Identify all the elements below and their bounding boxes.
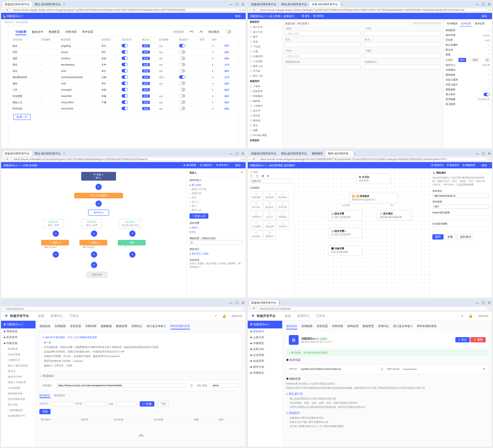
palette-item[interactable]: ☐流水号 (248, 108, 282, 113)
sidebar-sub-item[interactable]: · 线仍器的承放 (1, 391, 36, 396)
maximize-icon[interactable]: ☐ (482, 2, 485, 6)
required-badge[interactable]: 必填 (142, 69, 150, 73)
palette-item[interactable]: ☐地图 (248, 128, 282, 133)
back-icon[interactable]: ← (249, 9, 252, 11)
required-badge[interactable]: 必填 (142, 88, 150, 91)
toolbar-icon[interactable]: 🕐 (250, 175, 253, 177)
tab-field-config[interactable]: 字段配置 (15, 30, 26, 35)
menvot-icon[interactable]: ≡ (242, 9, 244, 11)
reload-icon[interactable]: ⟳ (6, 9, 8, 12)
sidebar-sub-item[interactable]: · 小事获引评 (1, 357, 36, 363)
browser-tab[interactable]: 简化-低代码开发平台 (32, 151, 63, 156)
form-field[interactable]: 备注 (365, 38, 440, 47)
browser-tab[interactable]: 新版低代码开发平台 (249, 2, 278, 7)
toggle-switch[interactable] (179, 100, 185, 104)
sidebar-sub-item[interactable]: · 版本人签的总神地 (1, 363, 36, 369)
preview-toggle[interactable]: 简历预览 (208, 30, 219, 35)
required-badge[interactable]: 必填 (142, 107, 150, 110)
rule-component[interactable]: 逻辑调用 (263, 221, 276, 230)
flow-condition[interactable]: 测试条件测试人-新用 (81, 219, 102, 228)
flow-node[interactable]: 填写 真人的填写 (74, 193, 123, 198)
required-badge[interactable]: 必填 (142, 94, 150, 98)
sub-tab[interactable]: 模型标识 (39, 394, 51, 398)
new-tab-icon[interactable]: + (341, 3, 342, 6)
flow-node[interactable]: ⚡ 触发人1 (41, 240, 69, 245)
action-button[interactable]: 实际测试 (457, 234, 474, 240)
palette-item[interactable]: ☐人员选择 (248, 59, 282, 64)
required-badge[interactable]: 必填 (142, 44, 150, 47)
palette-item[interactable]: ☐定位 (248, 123, 282, 128)
palette-item[interactable]: ☐上传附件 (248, 104, 282, 108)
radio-option[interactable]: ● 用人处处 (190, 183, 243, 187)
toggle-switch[interactable] (122, 44, 128, 47)
palette-item[interactable]: ☐多行文本 (248, 30, 282, 35)
rule-component[interactable]: 执行SQL (250, 201, 263, 210)
add-icon[interactable]: + (215, 314, 217, 318)
sidebar-item[interactable]: ■ 外继员例 (1, 340, 36, 346)
sidebar-item[interactable]: ■ 监察分析 (248, 346, 282, 352)
required-badge[interactable]: 必填 (142, 101, 150, 104)
sub-tab[interactable]: 预览标识 (54, 394, 65, 398)
inner-tab[interactable]: 预 预览表 (313, 14, 324, 18)
rule-component[interactable]: 行为调用 (250, 221, 263, 230)
admin-tab[interactable]: 外部关联 (85, 324, 97, 329)
save-button[interactable]: 保存 (232, 163, 244, 168)
copy-icon[interactable]: 📋 (190, 384, 193, 387)
url-input[interactable]: frame.bctools.cn/page-design-ui/#/form?j… (258, 8, 487, 12)
api-url-input[interactable] (56, 383, 186, 388)
admin-tab[interactable]: 智能数据 (101, 324, 112, 329)
top-menu-item[interactable]: 首页 (285, 314, 291, 318)
flow-condition[interactable]: 测试条件测试人-新用 (43, 219, 64, 228)
top-menu-item[interactable]: 应用中心 (51, 314, 63, 318)
rule-component[interactable]: 数据获取 (263, 191, 276, 200)
preview-switch[interactable] (225, 30, 231, 33)
flow-node[interactable]: 接触 (118, 240, 146, 245)
rule-node[interactable]: 📋 提示满足将生象和被报通的简… (377, 210, 411, 221)
edit-link[interactable]: 编辑 (224, 51, 229, 53)
palette-item[interactable]: ☐编辑器 (248, 99, 282, 104)
rule-node[interactable]: ⚫ 对象变量自定义结构对象 (328, 245, 363, 256)
rule-node[interactable]: 📊 固定变量公式定义存值处理 (328, 210, 363, 221)
form-field[interactable]: 离职面试时间 (285, 60, 361, 69)
rule-node[interactable]: 🔀🔀 理清请求有信息时与以进行营了… (349, 193, 398, 203)
new-tab-icon[interactable]: + (63, 3, 65, 6)
palette-item[interactable]: ☐单选 (248, 39, 282, 44)
browser-tab[interactable]: 简化-低代码开发平台 (32, 2, 63, 7)
admin-tab[interactable]: 即时利用的定理 (170, 324, 190, 329)
flow-plus-icon[interactable]: + (91, 251, 97, 258)
palette-item[interactable]: ☐子表单 (248, 84, 282, 89)
sidebar-sub-item[interactable]: · 签名流 (1, 369, 36, 374)
filter-button[interactable]: ☐ 收藏 (140, 401, 154, 407)
flow-plus-icon[interactable]: + (91, 262, 97, 268)
toggle-switch[interactable] (179, 63, 185, 66)
toggle-switch[interactable] (122, 100, 128, 104)
bell-icon[interactable]: 🔔 (469, 314, 472, 318)
action-button[interactable]: ⊙ 应台 (455, 337, 469, 342)
sidebar-sub-item[interactable]: · 面人项目 (1, 402, 36, 408)
palette-item[interactable]: ☐N/A flag 视图 (248, 133, 282, 138)
edit-link[interactable]: 编辑 (224, 89, 229, 91)
radio-option[interactable]: ○ 应选人员下级 (190, 188, 243, 191)
prop-tab[interactable]: BOM配置 (446, 21, 459, 26)
copy-icon[interactable]: 📋 (380, 367, 384, 371)
admin-tab[interactable]: 即时利用的管理 (417, 324, 437, 329)
flow-plus-icon[interactable]: + (129, 230, 136, 237)
inner-tab[interactable]: 基 基本 (302, 14, 310, 18)
reload-icon[interactable]: ⟳ (253, 9, 255, 12)
admin-tab[interactable]: 应用权限 (301, 324, 313, 329)
prop-tab[interactable]: 组件设置 (460, 21, 472, 26)
sidebar-item[interactable]: ■ 里里意来 (1, 334, 36, 340)
toggle-switch[interactable] (122, 75, 128, 79)
prop-tab[interactable]: 表单设置 (473, 21, 486, 26)
minimize-icon[interactable]: — (476, 2, 479, 6)
save-button[interactable]: 保存 (479, 14, 490, 19)
scope-item[interactable]: [刘李] (190, 230, 243, 234)
edit-link[interactable]: 编辑 (224, 44, 229, 47)
url-input[interactable]: frame.bctools.cn/page-design-ui/#/h-ui-d… (11, 8, 238, 12)
form-field[interactable]: * 岗位 (365, 27, 440, 36)
browser-tab[interactable]: 简化-低代码开发平台 (279, 2, 309, 7)
flow-node[interactable]: ⚡ 触发人 (79, 240, 107, 245)
sidebar-sub-item[interactable]: · 动合格发程大气 (1, 413, 36, 419)
toggle-switch[interactable] (122, 82, 128, 85)
radio-option[interactable]: ○ 员工人 (190, 200, 243, 204)
